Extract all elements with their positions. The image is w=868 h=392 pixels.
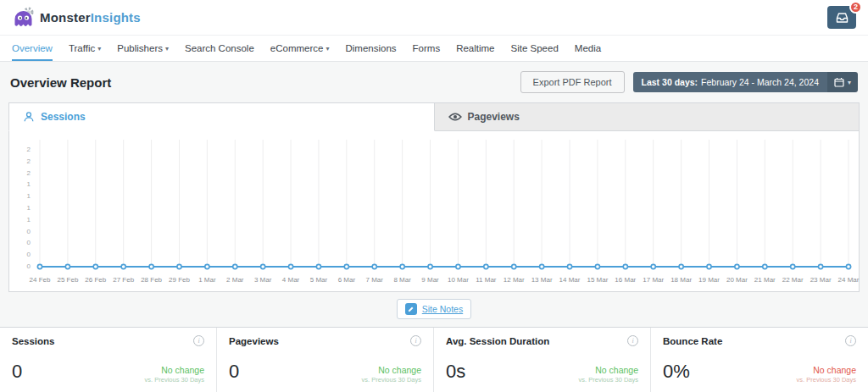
- stat-card-pageviews: Pageviews i 0 No change vs. Previous 30 …: [217, 328, 434, 392]
- brand-insights-text: Insights: [91, 10, 141, 25]
- nav-tab-label: Overview: [12, 43, 53, 53]
- x-axis-tick: 18 Mar: [670, 276, 692, 284]
- stat-card-sessions: Sessions i 0 No change vs. Previous 30 D…: [0, 328, 217, 392]
- stat-value: 0s: [446, 362, 465, 384]
- x-axis-tick: 5 Mar: [310, 276, 327, 284]
- x-axis-tick: 21 Mar: [754, 276, 776, 284]
- nav-tab-media[interactable]: Media: [575, 36, 601, 61]
- nav-tab-label: Dimensions: [345, 43, 396, 53]
- summary-stats: Sessions i 0 No change vs. Previous 30 D…: [0, 327, 868, 392]
- info-icon[interactable]: i: [627, 335, 638, 346]
- date-range-value: February 24 - March 24, 2024: [701, 77, 819, 87]
- date-picker-toggle[interactable]: ▾: [827, 72, 858, 92]
- stat-change: No change: [797, 365, 856, 377]
- nav-tab-realtime[interactable]: Realtime: [456, 36, 494, 61]
- x-axis-tick: 20 Mar: [726, 276, 748, 284]
- x-axis-tick: 2 Mar: [226, 276, 243, 284]
- y-axis-tick: 2: [27, 158, 31, 165]
- x-axis-tick: 24 Feb: [30, 276, 51, 284]
- x-axis-tick: 11 Mar: [476, 276, 496, 284]
- report-header-row: Overview Report Export PDF Report Last 3…: [0, 62, 868, 102]
- nav-tab-site-speed[interactable]: Site Speed: [511, 36, 559, 61]
- eye-icon: [448, 112, 462, 122]
- monsterinsights-monster-icon: [12, 6, 35, 29]
- nav-tab-publishers[interactable]: Publishers▾: [117, 36, 169, 61]
- pencil-icon: [405, 303, 417, 315]
- stat-value: 0: [12, 362, 22, 384]
- nav-tab-label: Publishers: [117, 43, 163, 53]
- overview-report-section: Overview Report Export PDF Report Last 3…: [0, 62, 868, 327]
- stat-comparison: vs. Previous 30 Days: [579, 376, 638, 384]
- chart-panel: 22211110000 24 Feb25 Feb26 Feb27 Feb28 F…: [8, 131, 860, 292]
- x-axis-tick: 12 Mar: [504, 276, 525, 284]
- x-axis-tick: 29 Feb: [169, 276, 190, 284]
- nav-tab-label: Realtime: [456, 43, 494, 53]
- date-range-label: Last 30 days:: [642, 77, 698, 87]
- stat-label: Bounce Rate: [663, 336, 722, 346]
- nav-tab-overview[interactable]: Overview: [12, 36, 53, 61]
- info-icon[interactable]: i: [845, 335, 856, 346]
- x-axis-tick: 19 Mar: [698, 276, 720, 284]
- nav-tab-dimensions[interactable]: Dimensions: [345, 36, 396, 61]
- nav-tab-label: Site Speed: [511, 43, 559, 53]
- nav-tab-label: Search Console: [185, 43, 254, 53]
- nav-tab-traffic[interactable]: Traffic▾: [69, 36, 101, 61]
- x-axis-tick: 15 Mar: [587, 276, 608, 284]
- stat-card-avg-session-duration: Avg. Session Duration i 0s No change vs.…: [434, 328, 651, 392]
- x-axis-tick: 24 Mar: [838, 276, 860, 284]
- stat-change: No change: [145, 365, 204, 377]
- chart-x-axis: 24 Feb25 Feb26 Feb27 Feb28 Feb29 Feb1 Ma…: [36, 276, 852, 288]
- x-axis-tick: 1 Mar: [198, 276, 215, 284]
- chart-plot[interactable]: [36, 140, 852, 273]
- stat-change: No change: [579, 365, 638, 377]
- chart-tabs: Sessions Pageviews: [8, 102, 860, 131]
- nav-tab-label: Forms: [413, 43, 441, 53]
- stat-change: No change: [362, 365, 421, 377]
- x-axis-tick: 16 Mar: [615, 276, 636, 284]
- y-axis-tick: 1: [27, 193, 31, 200]
- report-nav: Overview Traffic▾ Publishers▾ Search Con…: [0, 36, 868, 62]
- tab-sessions[interactable]: Sessions: [8, 102, 435, 131]
- chevron-down-icon: ▾: [326, 45, 329, 52]
- nav-tab-ecommerce[interactable]: eCommerce▾: [270, 36, 330, 61]
- x-axis-tick: 13 Mar: [531, 276, 553, 284]
- y-axis-tick: 0: [27, 240, 31, 246]
- tab-pageviews-label: Pageviews: [468, 111, 520, 123]
- chevron-down-icon: ▾: [165, 45, 169, 52]
- y-axis-tick: 1: [27, 205, 31, 212]
- tab-pageviews[interactable]: Pageviews: [435, 102, 860, 131]
- x-axis-tick: 14 Mar: [559, 276, 581, 284]
- y-axis-tick: 1: [27, 217, 31, 224]
- site-notes-row: Site Notes: [0, 292, 868, 327]
- x-axis-tick: 25 Feb: [57, 276, 78, 284]
- nav-tab-label: Traffic: [69, 43, 95, 53]
- nav-tab-search-console[interactable]: Search Console: [185, 36, 254, 61]
- chevron-down-icon: ▾: [848, 79, 851, 86]
- x-axis-tick: 8 Mar: [393, 276, 410, 284]
- info-icon[interactable]: i: [410, 335, 421, 346]
- date-range-text: Last 30 days: February 24 - March 24, 20…: [633, 72, 827, 92]
- stat-label: Avg. Session Duration: [446, 336, 549, 346]
- tab-sessions-label: Sessions: [41, 111, 86, 123]
- site-notes-label: Site Notes: [422, 304, 463, 314]
- stat-value: 0%: [663, 362, 690, 384]
- calendar-icon: [834, 77, 844, 87]
- site-notes-button[interactable]: Site Notes: [397, 299, 471, 319]
- date-range-picker[interactable]: Last 30 days: February 24 - March 24, 20…: [633, 72, 858, 92]
- nav-tab-forms[interactable]: Forms: [413, 36, 441, 61]
- y-axis-tick: 0: [27, 263, 31, 270]
- nav-tab-label: eCommerce: [270, 43, 324, 53]
- notification-badge: 2: [849, 1, 862, 14]
- export-pdf-button[interactable]: Export PDF Report: [520, 71, 625, 93]
- notifications-button[interactable]: 2: [827, 6, 856, 29]
- x-axis-tick: 23 Mar: [810, 276, 832, 284]
- stat-comparison: vs. Previous 30 Days: [797, 376, 856, 384]
- monsterinsights-logo[interactable]: MonsterInsights: [12, 6, 141, 29]
- stat-delta: No change vs. Previous 30 Days: [797, 365, 856, 384]
- stat-delta: No change vs. Previous 30 Days: [362, 365, 421, 384]
- y-axis-tick: 2: [27, 170, 31, 177]
- info-icon[interactable]: i: [193, 335, 204, 346]
- person-icon: [23, 111, 35, 123]
- stat-delta: No change vs. Previous 30 Days: [579, 365, 638, 384]
- x-axis-tick: 17 Mar: [643, 276, 664, 284]
